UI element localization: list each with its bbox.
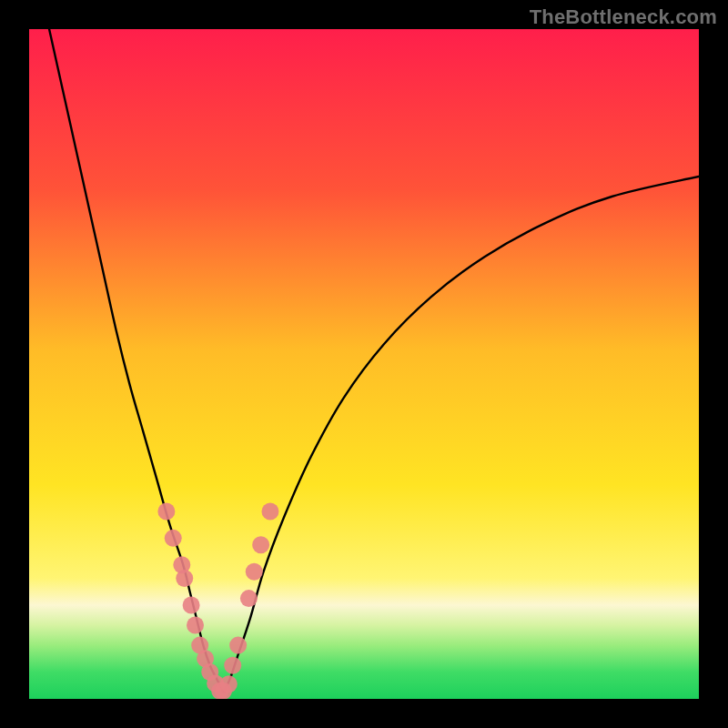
curve-left-arm — [49, 29, 223, 693]
chart-layer — [29, 29, 699, 699]
marker-right-markers — [246, 563, 263, 581]
curve-right-arm — [223, 177, 699, 693]
watermark-text: TheBottleneck.com — [530, 5, 717, 29]
marker-right-markers — [229, 637, 247, 654]
marker-right-markers — [220, 675, 238, 693]
scatter-series — [157, 502, 278, 699]
marker-left-markers — [187, 617, 204, 634]
plot-area — [29, 29, 699, 699]
line-series — [49, 29, 699, 693]
marker-right-markers — [252, 536, 269, 553]
marker-right-markers — [261, 502, 278, 520]
chart-frame: TheBottleneck.com — [0, 0, 728, 728]
marker-left-markers — [157, 502, 175, 520]
marker-right-markers — [240, 590, 258, 607]
marker-right-markers — [224, 657, 241, 674]
marker-left-markers — [165, 530, 182, 547]
marker-left-markers — [176, 570, 193, 587]
marker-left-markers — [183, 596, 200, 613]
